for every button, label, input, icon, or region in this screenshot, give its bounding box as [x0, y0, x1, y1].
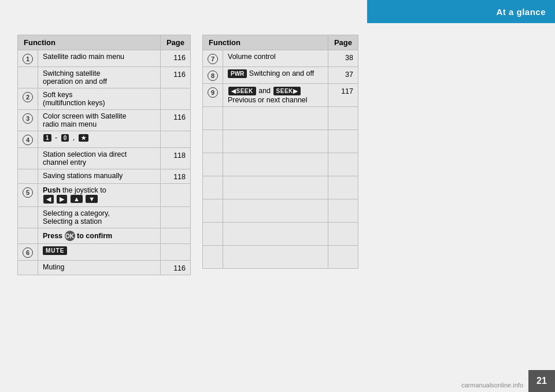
row-content: PWR Switching on and off — [223, 67, 328, 84]
row-content: ◀SEEK and SEEK▶ Previous or next channel — [223, 84, 328, 107]
table-row — [203, 223, 358, 246]
table-row: Switching satelliteoperation on and off … — [18, 67, 191, 88]
row-content: Saving stations manually — [38, 169, 161, 184]
row-page — [160, 88, 190, 110]
row-number: 5 — [23, 187, 33, 198]
row-page: 116 — [160, 67, 190, 88]
row-number: 2 — [23, 92, 33, 102]
key-badge-star: ★ — [79, 134, 88, 142]
table-row — [203, 176, 358, 199]
table-row: 7 Volume control 38 — [203, 50, 358, 67]
row-content: Muting — [38, 261, 161, 275]
table-row: 9 ◀SEEK and SEEK▶ Previous or next chann… — [203, 84, 358, 107]
table-row: 2 Soft keys(multifunction keys) — [18, 88, 191, 110]
table-row: 5 Push the joystick to ◀ ▶ ▲ ▼ — [18, 184, 191, 207]
main-content: Function Page 1 Satellite radio main men… — [17, 35, 538, 363]
row-page: 117 — [328, 84, 358, 107]
row-page: 38 — [328, 50, 358, 67]
left-table-wrap: Function Page 1 Satellite radio main men… — [17, 35, 191, 363]
table-row — [203, 153, 358, 176]
table-row: Selecting a category,Selecting a station — [18, 207, 191, 228]
seek-forward-badge: SEEK▶ — [273, 87, 301, 95]
page-number-box: 21 — [528, 370, 555, 392]
row-number: 3 — [23, 113, 33, 124]
table-row: Press OK to confirm — [18, 228, 191, 244]
left-col-page: Page — [160, 35, 190, 50]
row-page — [160, 244, 190, 261]
row-content: Press OK to confirm — [38, 228, 161, 244]
table-row: 6 MUTE — [18, 244, 191, 261]
pwr-badge: PWR — [228, 69, 247, 78]
right-table-wrap: Function Page 7 Volume control 38 8 PWR … — [202, 35, 358, 363]
row-page: 116 — [160, 261, 190, 275]
row-content: Satellite radio main menu — [38, 50, 161, 67]
row-content: Volume control — [223, 50, 328, 67]
row-page: 37 — [328, 67, 358, 84]
row-page — [160, 131, 190, 148]
table-row: 8 PWR Switching on and off 37 — [203, 67, 358, 84]
arrow-right-key: ▶ — [57, 195, 67, 204]
right-col-function: Function — [203, 35, 328, 50]
table-row — [203, 199, 358, 223]
table-row: 4 1 - 0 , ★ — [18, 131, 191, 148]
row-page — [160, 207, 190, 228]
right-col-page: Page — [328, 35, 358, 50]
table-row: Muting 116 — [18, 261, 191, 275]
row-content: Push the joystick to ◀ ▶ ▲ ▼ — [38, 184, 161, 207]
left-function-table: Function Page 1 Satellite radio main men… — [17, 35, 191, 275]
row-number: 7 — [208, 54, 218, 64]
header-bar: At a glance — [367, 0, 555, 23]
left-col-function: Function — [18, 35, 161, 50]
table-row: 3 Color screen with Satelliteradio main … — [18, 110, 191, 131]
key-badge-1: 1 — [43, 134, 51, 142]
ok-badge: OK — [65, 231, 75, 241]
header-title: At a glance — [496, 7, 546, 17]
mute-badge: MUTE — [43, 246, 67, 255]
arrow-down-key: ▼ — [86, 195, 98, 203]
row-page: 116 — [160, 110, 190, 131]
row-number: 1 — [23, 54, 33, 64]
row-page: 118 — [160, 169, 190, 184]
seek-back-badge: ◀SEEK — [228, 87, 256, 95]
table-row: 1 Satellite radio main menu 116 — [18, 50, 191, 67]
row-number: 6 — [23, 247, 33, 258]
row-content: Color screen with Satelliteradio main me… — [38, 110, 161, 131]
page-number: 21 — [536, 376, 547, 386]
row-content: MUTE — [38, 244, 161, 261]
right-function-table: Function Page 7 Volume control 38 8 PWR … — [202, 35, 358, 269]
table-row: Station selection via directchannel entr… — [18, 148, 191, 169]
row-page — [160, 228, 190, 244]
row-page: 116 — [160, 50, 190, 67]
table-row — [203, 246, 358, 269]
watermark: carmanualsonline.info — [461, 382, 523, 389]
table-row — [203, 130, 358, 153]
arrow-up-key: ▲ — [71, 195, 83, 203]
row-number: 8 — [208, 71, 218, 81]
arrow-left-key: ◀ — [43, 195, 54, 204]
row-page: 118 — [160, 148, 190, 169]
row-content: Soft keys(multifunction keys) — [38, 88, 161, 110]
row-content: Station selection via directchannel entr… — [38, 148, 161, 169]
row-content: Selecting a category,Selecting a station — [38, 207, 161, 228]
row-content: 1 - 0 , ★ — [38, 131, 161, 148]
row-number: 4 — [23, 135, 33, 145]
row-page — [160, 184, 190, 207]
key-badge-0: 0 — [61, 134, 69, 142]
table-row — [203, 107, 358, 130]
row-number: 9 — [208, 87, 218, 98]
table-row: Saving stations manually 118 — [18, 169, 191, 184]
row-content: Switching satelliteoperation on and off — [38, 67, 161, 88]
